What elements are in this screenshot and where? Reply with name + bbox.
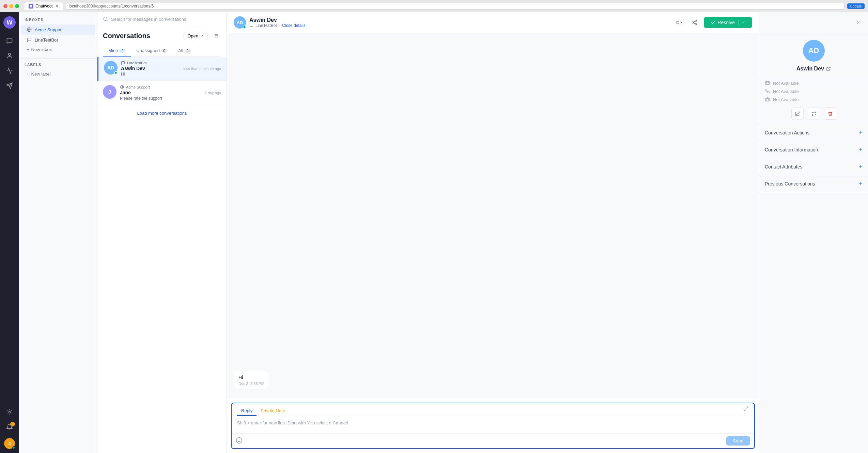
- sidebar-item-line-test-bot[interactable]: LineTestBot: [21, 35, 95, 45]
- edit-contact-button[interactable]: [791, 108, 804, 120]
- add-label-btn[interactable]: + New label: [21, 69, 95, 79]
- nav-campaigns[interactable]: [3, 79, 16, 93]
- conversation-actions-section[interactable]: Conversation Actions +: [759, 124, 868, 141]
- resolve-button[interactable]: Resolve: [704, 17, 752, 28]
- svg-point-1: [9, 53, 11, 56]
- inboxes-section-title: INBOXES: [19, 18, 97, 25]
- message-item: Hi Dec 3, 2:55 PM: [234, 371, 752, 389]
- reply-tabs: Reply Private Note: [232, 403, 754, 416]
- tab-title: Chatwoot: [35, 4, 53, 9]
- contact-name: Aswin Dev: [249, 17, 306, 23]
- nav-contacts[interactable]: [3, 49, 16, 63]
- minimize-button[interactable]: [9, 4, 13, 8]
- user-avatar[interactable]: J: [4, 438, 15, 449]
- fullscreen-button[interactable]: [15, 4, 19, 8]
- contact-email-row: Not Available: [759, 79, 868, 87]
- svg-point-2: [9, 411, 11, 413]
- mute-button[interactable]: [674, 17, 685, 28]
- sidebar: INBOXES Acme Support LineTestBot + New i…: [19, 12, 97, 453]
- address-bar[interactable]: localhost:3000/app/accounts/1/conversati…: [66, 3, 844, 10]
- tab-all[interactable]: All 2: [173, 45, 196, 56]
- external-link-icon[interactable]: [826, 66, 831, 71]
- conversations-tabs: Mine 2 Unassigned 0 All 2: [103, 45, 221, 57]
- conversation-item[interactable]: AD LineTestBot Aswin Dev less than a min…: [97, 57, 227, 81]
- conversation-item-header: Aswin Dev less than a minute ago: [121, 66, 221, 71]
- svg-rect-26: [765, 98, 770, 101]
- nav-conversations[interactable]: [3, 34, 16, 48]
- reply-input[interactable]: Shift + enter for new line. Start with '…: [232, 416, 754, 433]
- item-time: less than a minute ago: [183, 67, 221, 71]
- expand-conv-actions-icon: +: [859, 129, 863, 136]
- previous-conversations-section[interactable]: Previous Conversations +: [759, 175, 868, 192]
- emoji-button[interactable]: [236, 437, 243, 445]
- browser-chrome: Chatwoot localhost:3000/app/accounts/1/c…: [0, 0, 868, 12]
- traffic-lights: [3, 4, 19, 8]
- conversations-list: Conversations Open Mine 2 Una: [97, 12, 227, 453]
- item-inbox-label: LineTestBot: [127, 61, 146, 65]
- sidebar-divider: [19, 58, 97, 59]
- section-label-contact-attrs: Contact Attributes: [765, 164, 803, 169]
- chevron-down-icon: [200, 34, 204, 38]
- contact-company: Not Available: [773, 97, 799, 102]
- reply-tab[interactable]: Reply: [237, 406, 257, 416]
- conversations-header: Conversations Open Mine 2 Una: [97, 26, 227, 57]
- update-button[interactable]: Update: [847, 3, 865, 9]
- private-note-tab[interactable]: Private Note: [257, 406, 289, 416]
- svg-point-22: [236, 438, 242, 443]
- close-button[interactable]: [3, 4, 7, 8]
- item-inbox-label: Acme Support: [126, 85, 150, 89]
- contact-inbox: LineTestBot: [255, 23, 277, 28]
- avatar: J: [103, 85, 117, 99]
- contact-attributes-section[interactable]: Contact Attributes +: [759, 158, 868, 175]
- contact-info: AD Aswin Dev LineTestBot · Close details: [234, 16, 306, 29]
- resolve-dropdown-caret[interactable]: [738, 20, 745, 25]
- phone-icon: [765, 88, 770, 94]
- tab-unassigned[interactable]: Unassigned 0: [131, 45, 173, 56]
- conversation-actions: Resolve: [674, 17, 752, 28]
- contact-actions: [759, 103, 868, 124]
- search-bar: [97, 12, 227, 26]
- search-icon: [103, 16, 108, 22]
- company-icon: [765, 97, 770, 102]
- close-details-link[interactable]: Close details: [282, 23, 306, 28]
- browser-tab[interactable]: Chatwoot: [25, 2, 63, 10]
- collapse-panel-button[interactable]: [853, 18, 863, 27]
- browser-actions: Update: [847, 3, 865, 9]
- search-input[interactable]: [111, 17, 221, 22]
- main-conversation: AD Aswin Dev LineTestBot · Close details: [227, 12, 759, 453]
- conversations-title: Conversations: [103, 32, 150, 40]
- item-contact-name: Aswin Dev: [121, 66, 145, 71]
- inbox-icon: [121, 61, 125, 65]
- nav-settings[interactable]: [3, 405, 16, 419]
- delete-contact-button[interactable]: [824, 108, 836, 120]
- svg-point-0: [30, 5, 32, 7]
- status-dropdown[interactable]: Open: [184, 32, 207, 40]
- send-button[interactable]: Send: [726, 436, 750, 446]
- nav-notifications[interactable]: 0: [3, 420, 16, 434]
- load-more-button[interactable]: Load more conversations: [97, 105, 227, 121]
- share-button[interactable]: [689, 17, 700, 28]
- merge-contact-button[interactable]: [808, 108, 820, 120]
- app-logo: W: [3, 16, 16, 29]
- nav-reports[interactable]: [3, 64, 16, 78]
- tab-mine[interactable]: Mine 2: [103, 45, 131, 56]
- inbox-sub-icon: [249, 23, 253, 28]
- contact-company-row: Not Available: [759, 95, 868, 103]
- svg-line-19: [694, 21, 695, 22]
- contact-avatar-large: AD: [803, 40, 825, 62]
- conversations-title-row: Conversations Open: [103, 30, 221, 41]
- add-inbox-btn[interactable]: + New inbox: [21, 45, 95, 54]
- contact-sub: LineTestBot · Close details: [249, 23, 306, 28]
- labels-section-title: LABELS: [19, 63, 97, 69]
- expand-button[interactable]: [743, 406, 749, 416]
- conversation-item-meta: LineTestBot: [121, 61, 221, 65]
- line-test-bot-label: LineTestBot: [35, 37, 58, 43]
- item-contact-name: Jane: [120, 90, 131, 95]
- conversation-item[interactable]: J Acme Support Jane 1 day ago Please rat…: [97, 81, 227, 105]
- svg-line-21: [744, 409, 746, 411]
- user-status-dot: [12, 446, 15, 449]
- conversation-information-section[interactable]: Conversation Information +: [759, 141, 868, 158]
- sidebar-item-acme-support[interactable]: Acme Support: [21, 25, 95, 35]
- expand-contact-attrs-icon: +: [859, 163, 863, 170]
- filter-button[interactable]: [210, 30, 221, 41]
